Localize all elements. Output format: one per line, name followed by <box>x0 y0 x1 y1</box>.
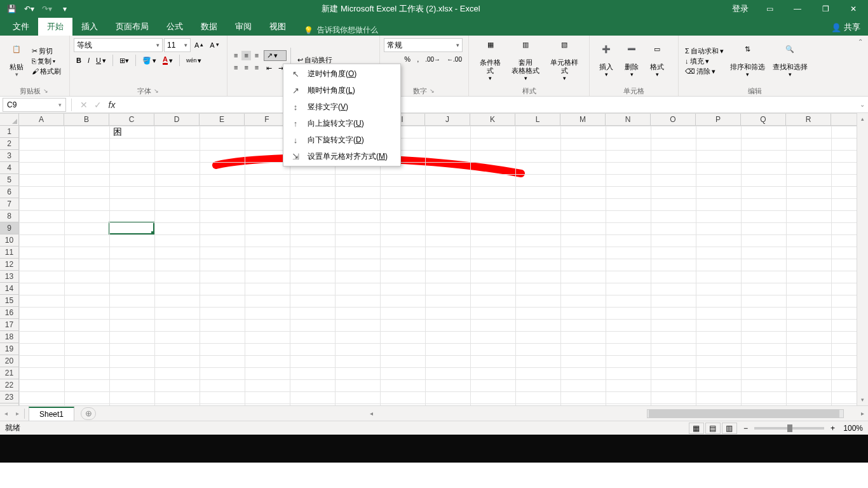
font-launcher-icon[interactable]: ↘ <box>153 88 160 94</box>
col-header[interactable]: N <box>606 114 651 125</box>
col-header[interactable]: B <box>64 114 109 125</box>
font-color-button[interactable]: A▾ <box>160 55 175 66</box>
name-box[interactable]: C9▾ <box>3 98 66 112</box>
find-select-button[interactable]: 🔍查找和选择▾ <box>769 44 811 79</box>
save-icon[interactable]: 💾 <box>4 2 19 16</box>
orient-menu-item[interactable]: ↕竖排文字(V) <box>283 98 400 115</box>
orient-menu-item[interactable]: ↑向上旋转文字(U) <box>283 115 400 132</box>
tab-开始[interactable]: 开始 <box>38 18 72 36</box>
fill-color-button[interactable]: 🪣▾ <box>140 56 159 65</box>
redo-icon[interactable]: ↷▾ <box>39 2 55 16</box>
normal-view-icon[interactable]: ▦ <box>689 423 704 434</box>
scroll-up-icon[interactable]: ▴ <box>857 113 868 125</box>
comma-button[interactable]: , <box>414 55 421 64</box>
formula-input[interactable] <box>119 98 857 112</box>
maximize-icon[interactable]: ❐ <box>812 0 839 18</box>
row-header[interactable]: 3 <box>0 150 18 162</box>
expand-formula-icon[interactable]: ⌄ <box>857 101 868 108</box>
orient-menu-item[interactable]: ⇲设置单元格对齐方式(M) <box>283 148 400 165</box>
orient-menu-item[interactable]: ↗顺时针角度(L) <box>283 82 400 98</box>
col-header[interactable]: M <box>560 114 606 125</box>
tab-审阅[interactable]: 审阅 <box>226 18 261 36</box>
share-button[interactable]: 👤 共享 <box>824 19 868 36</box>
zoom-slider[interactable] <box>754 427 824 430</box>
fill-button[interactable]: ↓填充▾ <box>682 57 726 66</box>
format-painter-button[interactable]: 🖌格式刷 <box>29 67 64 76</box>
decrease-font-icon[interactable]: A▾ <box>207 41 221 50</box>
col-header[interactable]: C <box>109 114 154 125</box>
tab-数据[interactable]: 数据 <box>192 18 226 36</box>
add-sheet-button[interactable]: ⊕ <box>81 407 96 420</box>
paste-button[interactable]: 📋 粘贴 ▾ <box>4 44 29 79</box>
cancel-formula-icon[interactable]: ✕ <box>77 100 91 110</box>
col-header[interactable]: D <box>154 114 200 125</box>
row-header[interactable]: 8 <box>0 210 18 222</box>
orient-menu-item[interactable]: ↓向下旋转文字(D) <box>283 132 400 148</box>
col-header[interactable]: R <box>786 114 831 125</box>
zoom-in-icon[interactable]: + <box>831 424 835 433</box>
row-header[interactable]: 10 <box>0 234 18 247</box>
row-header[interactable]: 2 <box>0 138 18 150</box>
row-header[interactable]: 11 <box>0 247 18 259</box>
row-header[interactable]: 14 <box>0 283 18 295</box>
close-icon[interactable]: ✕ <box>840 0 867 18</box>
font-name-combo[interactable]: 等线▾ <box>74 38 163 52</box>
row-header[interactable]: 12 <box>0 259 18 271</box>
hscroll-right-icon[interactable]: ▸ <box>858 410 868 417</box>
row-header[interactable]: 23 <box>0 391 18 403</box>
tab-文件[interactable]: 文件 <box>4 18 38 36</box>
copy-button[interactable]: ⎘复制▾ <box>29 57 64 66</box>
cell-c1[interactable]: 困 <box>113 126 122 138</box>
increase-font-icon[interactable]: A▴ <box>192 41 206 50</box>
collapse-ribbon-icon[interactable]: ⌃ <box>855 36 865 48</box>
col-header[interactable]: P <box>696 114 741 125</box>
row-header[interactable]: 9 <box>0 222 18 234</box>
border-button[interactable]: ⊞▾ <box>117 56 132 65</box>
align-bottom-icon[interactable]: ≡ <box>252 51 261 60</box>
row-header[interactable]: 18 <box>0 331 18 343</box>
row-header[interactable]: 19 <box>0 343 18 355</box>
row-header[interactable]: 5 <box>0 174 18 186</box>
clipboard-launcher-icon[interactable]: ↘ <box>42 88 50 94</box>
tab-页面布局[interactable]: 页面布局 <box>107 18 158 36</box>
orient-menu-item[interactable]: ↖逆时针角度(O) <box>283 65 400 82</box>
row-header[interactable]: 21 <box>0 367 18 379</box>
hscroll-left-icon[interactable]: ◂ <box>367 410 377 417</box>
autosum-button[interactable]: Σ自动求和▾ <box>682 46 726 56</box>
col-header[interactable]: A <box>19 114 64 125</box>
number-launcher-icon[interactable]: ↘ <box>428 88 436 94</box>
row-header[interactable]: 4 <box>0 162 18 174</box>
sheet-nav-prev-icon[interactable]: ◂ <box>0 410 11 417</box>
row-header[interactable]: 20 <box>0 355 18 367</box>
sort-filter-button[interactable]: ⇅排序和筛选▾ <box>726 44 769 79</box>
format-cells-button[interactable]: ▭格式▾ <box>644 44 670 79</box>
sheet-tab[interactable]: Sheet1 <box>29 407 74 421</box>
increase-decimal-icon[interactable]: .00→ <box>423 55 443 64</box>
decrease-indent-icon[interactable]: ⇤ <box>264 64 275 73</box>
row-header[interactable]: 16 <box>0 307 18 319</box>
col-header[interactable]: J <box>425 114 470 125</box>
sheet-nav-next-icon[interactable]: ▸ <box>11 410 23 417</box>
col-header[interactable]: E <box>200 114 245 125</box>
col-header[interactable]: L <box>515 114 560 125</box>
fx-icon[interactable]: fx <box>105 100 119 110</box>
tab-插入[interactable]: 插入 <box>72 18 107 36</box>
row-header[interactable]: 13 <box>0 271 18 283</box>
font-size-combo[interactable]: 11▾ <box>164 38 191 52</box>
delete-cells-button[interactable]: ➖删除▾ <box>619 44 644 79</box>
select-all-button[interactable] <box>0 113 19 126</box>
align-left-icon[interactable]: ≡ <box>231 63 240 72</box>
minimize-icon[interactable]: — <box>784 0 811 18</box>
align-top-icon[interactable]: ≡ <box>231 51 240 60</box>
row-header[interactable]: 22 <box>0 379 18 391</box>
zoom-level[interactable]: 100% <box>836 424 863 433</box>
col-header[interactable]: O <box>651 114 696 125</box>
tab-视图[interactable]: 视图 <box>261 18 295 36</box>
cell-styles-button[interactable]: ▧单元格样式▾ <box>543 39 585 83</box>
italic-button[interactable]: I <box>85 56 92 65</box>
clear-button[interactable]: ⌫清除▾ <box>682 67 726 76</box>
ribbon-options-icon[interactable]: ▭ <box>756 0 783 18</box>
col-header[interactable]: K <box>470 114 515 125</box>
page-layout-view-icon[interactable]: ▤ <box>705 423 721 434</box>
tell-me-search[interactable]: 💡 告诉我你想做什么 <box>295 25 387 36</box>
